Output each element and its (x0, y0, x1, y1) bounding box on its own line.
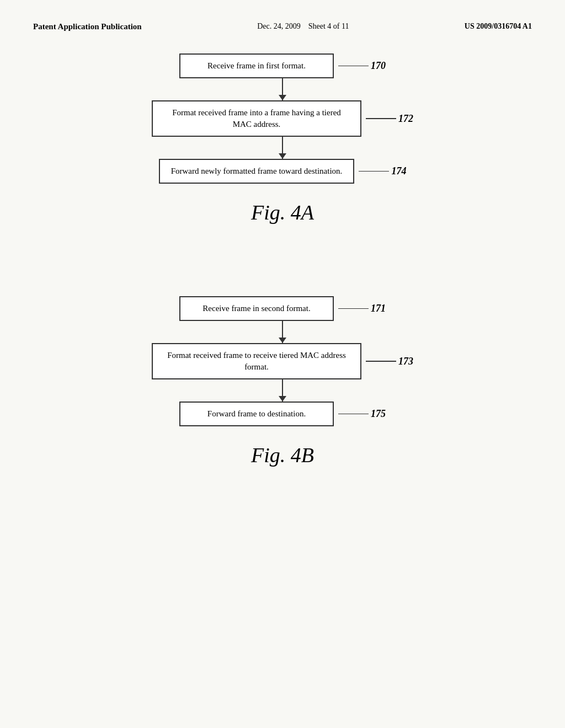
ref-171: 171 (338, 303, 386, 314)
arrow-171-173 (282, 321, 283, 343)
box-173: Format received frame to receive tiered … (152, 343, 361, 379)
ref-170: 170 (338, 60, 386, 72)
flow-step-170: Receive frame in first format. 170 (179, 53, 386, 78)
flow-step-172: Format received frame into a frame havin… (152, 100, 413, 137)
box-170: Receive frame in first format. (179, 53, 334, 78)
box-174: Forward newly formatted frame toward des… (159, 159, 355, 184)
arrow-172-174 (282, 137, 283, 159)
fig4b-label: Fig. 4B (33, 443, 532, 467)
ref-173: 173 (366, 356, 413, 367)
box-171: Receive frame in second format. (179, 296, 334, 321)
flow-step-171: Receive frame in second format. 171 (179, 296, 386, 321)
header-date-sheet: Dec. 24, 2009 Sheet 4 of 11 (257, 22, 349, 31)
ref-175: 175 (338, 408, 386, 420)
fig4a-flowchart: Receive frame in first format. 170 Forma… (33, 53, 532, 184)
flow-step-173: Format received frame to receive tiered … (152, 343, 413, 379)
header-sheet: Sheet 4 of 11 (308, 22, 349, 30)
arrow-170-172 (282, 78, 283, 100)
fig4b-flowchart: Receive frame in second format. 171 Form… (33, 296, 532, 426)
box-175: Forward frame to destination. (179, 402, 334, 426)
ref-172: 172 (366, 113, 413, 125)
flow-step-174: Forward newly formatted frame toward des… (159, 159, 407, 184)
ref-174: 174 (359, 165, 406, 177)
header-publication-label: Patent Application Publication (33, 22, 142, 31)
header-date: Dec. 24, 2009 (257, 22, 301, 30)
box-172: Format received frame into a frame havin… (152, 100, 361, 137)
fig4a-label: Fig. 4A (33, 200, 532, 224)
page-header: Patent Application Publication Dec. 24, … (33, 22, 532, 31)
flow-step-175: Forward frame to destination. 175 (179, 402, 386, 426)
header-patent-number: US 2009/0316704 A1 (465, 22, 532, 31)
section-spacer (33, 252, 532, 296)
arrow-173-175 (282, 379, 283, 402)
